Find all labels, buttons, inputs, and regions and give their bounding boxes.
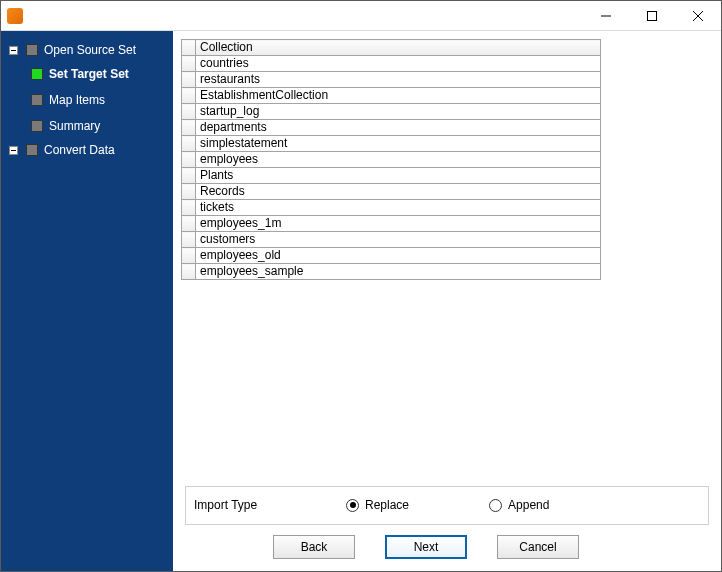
row-header [182, 200, 196, 216]
row-header [182, 56, 196, 72]
row-header [182, 216, 196, 232]
back-button[interactable]: Back [273, 535, 355, 559]
row-header [182, 184, 196, 200]
window-controls [583, 1, 721, 30]
radio-append[interactable]: Append [489, 498, 549, 512]
row-header [182, 104, 196, 120]
table-row[interactable]: employees [182, 152, 601, 168]
row-header [182, 248, 196, 264]
cell-collection: customers [196, 232, 601, 248]
svg-rect-1 [648, 11, 657, 20]
table-row[interactable]: tickets [182, 200, 601, 216]
column-header-collection[interactable]: Collection [196, 40, 601, 56]
step-label: Map Items [49, 93, 105, 107]
titlebar [1, 1, 721, 31]
step-label: Convert Data [44, 143, 115, 157]
table-row[interactable]: departments [182, 120, 601, 136]
row-header [182, 120, 196, 136]
step-label: Open Source Set [44, 43, 136, 57]
cell-collection: employees [196, 152, 601, 168]
radio-label: Append [508, 498, 549, 512]
next-button[interactable]: Next [385, 535, 467, 559]
step-box-icon [26, 44, 38, 56]
row-header [182, 72, 196, 88]
minimize-button[interactable] [583, 1, 629, 30]
cell-collection: restaurants [196, 72, 601, 88]
table-row[interactable]: startup_log [182, 104, 601, 120]
close-button[interactable] [675, 1, 721, 30]
cell-collection: departments [196, 120, 601, 136]
wizard-window: Open Source Set Set Target SetMap ItemsS… [0, 0, 722, 572]
cell-collection: simplestatement [196, 136, 601, 152]
collapse-icon[interactable] [9, 46, 18, 55]
step-box-icon [31, 120, 43, 132]
table-row[interactable]: Records [182, 184, 601, 200]
step-box-icon [26, 144, 38, 156]
cell-collection: EstablishmentCollection [196, 88, 601, 104]
import-type-group: Import Type Replace Append [185, 486, 709, 525]
table-row[interactable]: restaurants [182, 72, 601, 88]
row-header [182, 168, 196, 184]
step-label: Summary [49, 119, 100, 133]
table-row[interactable]: simplestatement [182, 136, 601, 152]
table-row[interactable]: Plants [182, 168, 601, 184]
wizard-sidebar: Open Source Set Set Target SetMap ItemsS… [1, 31, 173, 571]
collapse-icon[interactable] [9, 146, 18, 155]
row-header [182, 88, 196, 104]
cancel-button[interactable]: Cancel [497, 535, 579, 559]
table-row[interactable]: employees_sample [182, 264, 601, 280]
collection-table-wrap[interactable]: Collection countriesrestaurantsEstablish… [181, 39, 713, 480]
cell-collection: Records [196, 184, 601, 200]
radio-dot-icon [346, 499, 359, 512]
import-type-label: Import Type [194, 498, 284, 512]
step-label: Set Target Set [49, 67, 129, 81]
row-header [182, 264, 196, 280]
step-box-icon [31, 68, 43, 80]
collection-table: Collection countriesrestaurantsEstablish… [181, 39, 601, 280]
step-open-source-set[interactable]: Open Source Set [9, 39, 169, 61]
cell-collection: employees_old [196, 248, 601, 264]
wizard-button-row: Back Next Cancel [173, 525, 721, 571]
step-convert-data[interactable]: Convert Data [9, 139, 169, 161]
main-panel: Collection countriesrestaurantsEstablish… [173, 31, 721, 571]
radio-dot-icon [489, 499, 502, 512]
cell-collection: Plants [196, 168, 601, 184]
cell-collection: tickets [196, 200, 601, 216]
table-row[interactable]: employees_1m [182, 216, 601, 232]
table-row[interactable]: EstablishmentCollection [182, 88, 601, 104]
step-set-target[interactable]: Set Target Set [31, 61, 169, 87]
cell-collection: startup_log [196, 104, 601, 120]
maximize-button[interactable] [629, 1, 675, 30]
cell-collection: employees_1m [196, 216, 601, 232]
table-row[interactable]: countries [182, 56, 601, 72]
radio-replace[interactable]: Replace [346, 498, 409, 512]
radio-label: Replace [365, 498, 409, 512]
table-row[interactable]: customers [182, 232, 601, 248]
row-header [182, 232, 196, 248]
row-header [182, 152, 196, 168]
step-box-icon [31, 94, 43, 106]
step-map-items[interactable]: Map Items [31, 87, 169, 113]
table-row[interactable]: employees_old [182, 248, 601, 264]
table-corner [182, 40, 196, 56]
cell-collection: employees_sample [196, 264, 601, 280]
cell-collection: countries [196, 56, 601, 72]
row-header [182, 136, 196, 152]
step-summary[interactable]: Summary [31, 113, 169, 139]
app-icon [7, 8, 23, 24]
